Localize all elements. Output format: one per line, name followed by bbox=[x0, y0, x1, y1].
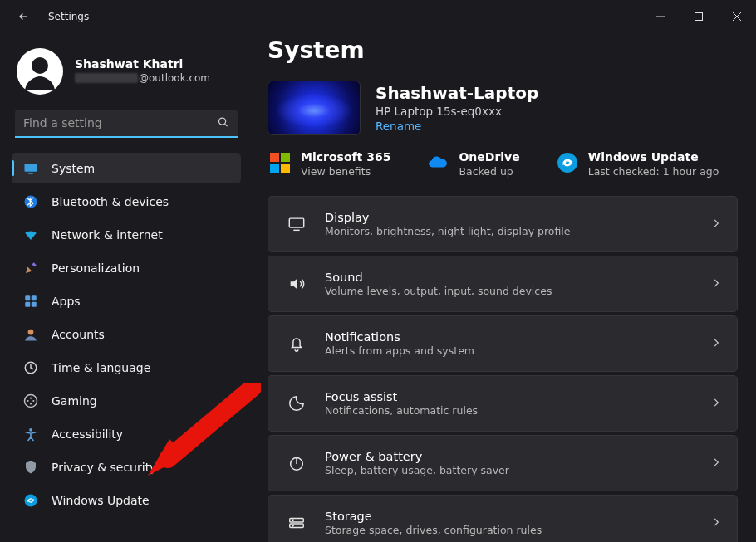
sidebar-item-update[interactable]: Windows Update bbox=[12, 485, 241, 515]
sidebar-item-time[interactable]: Time & language bbox=[12, 352, 241, 383]
maximize-button[interactable] bbox=[680, 3, 718, 30]
svg-rect-0 bbox=[695, 13, 703, 21]
onedrive-icon bbox=[427, 152, 449, 173]
device-name: Shashwat-Laptop bbox=[376, 83, 538, 103]
card-title: Display bbox=[325, 211, 570, 224]
notifications-icon bbox=[287, 334, 307, 354]
focus-icon bbox=[287, 393, 307, 413]
sidebar-item-accounts[interactable]: Accounts bbox=[12, 319, 241, 349]
accessibility-icon bbox=[23, 427, 38, 442]
card-title: Notifications bbox=[325, 330, 474, 344]
card-subtitle: Notifications, automatic rules bbox=[325, 404, 478, 417]
sidebar-item-label: Time & language bbox=[52, 361, 150, 374]
card-focus[interactable]: Focus assistNotifications, automatic rul… bbox=[268, 375, 738, 432]
sidebar-item-privacy[interactable]: Privacy & security bbox=[12, 452, 241, 482]
back-button[interactable] bbox=[12, 5, 35, 28]
card-sound[interactable]: SoundVolume levels, output, input, sound… bbox=[268, 256, 738, 312]
service-onedrive[interactable]: OneDriveBacked up bbox=[427, 150, 519, 178]
sidebar-item-network[interactable]: Network & internet bbox=[12, 219, 241, 250]
card-storage[interactable]: StorageStorage space, drives, configurat… bbox=[268, 495, 738, 542]
card-subtitle: Sleep, battery usage, battery saver bbox=[325, 464, 509, 476]
svg-point-13 bbox=[25, 394, 37, 407]
svg-rect-4 bbox=[25, 164, 37, 172]
sidebar-item-label: Accounts bbox=[52, 328, 105, 341]
sidebar-item-label: Accessibility bbox=[52, 427, 123, 441]
device-thumbnail bbox=[268, 81, 361, 135]
page-title: System bbox=[268, 37, 738, 64]
network-icon bbox=[23, 227, 38, 242]
minimize-button[interactable] bbox=[641, 3, 680, 30]
sidebar-item-bluetooth[interactable]: Bluetooth & devices bbox=[12, 186, 241, 217]
svg-point-15 bbox=[30, 403, 32, 404]
power-icon bbox=[287, 453, 307, 473]
account-block[interactable]: Shashwat Khatri @outlook.com bbox=[12, 37, 241, 108]
sidebar-item-apps[interactable]: Apps bbox=[12, 286, 241, 316]
bluetooth-icon bbox=[23, 194, 38, 209]
close-button[interactable] bbox=[718, 3, 756, 30]
system-icon bbox=[23, 161, 38, 176]
update-icon bbox=[23, 493, 38, 508]
search-icon bbox=[217, 116, 229, 132]
sidebar-item-label: Network & internet bbox=[52, 228, 163, 242]
window-controls bbox=[641, 3, 756, 30]
svg-point-17 bbox=[32, 399, 34, 401]
account-text: Shashwat Khatri @outlook.com bbox=[75, 57, 210, 85]
sidebar-item-accessibility[interactable]: Accessibility bbox=[12, 418, 241, 449]
card-title: Storage bbox=[325, 510, 542, 523]
svg-point-3 bbox=[219, 118, 226, 125]
chevron-right-icon bbox=[710, 396, 722, 412]
search-input[interactable] bbox=[15, 110, 238, 138]
device-model: HP Laptop 15s-eq0xxx bbox=[376, 105, 538, 118]
sidebar-item-personalization[interactable]: Personalization bbox=[12, 252, 241, 283]
svg-point-11 bbox=[28, 329, 34, 334]
microsoft365-icon bbox=[269, 152, 291, 173]
sidebar-item-label: Personalization bbox=[52, 261, 140, 275]
chevron-right-icon bbox=[710, 336, 722, 352]
service-microsoft365[interactable]: Microsoft 365View benefits bbox=[269, 150, 390, 178]
device-header: Shashwat-Laptop HP Laptop 15s-eq0xxx Ren… bbox=[268, 81, 738, 135]
sidebar-item-label: Privacy & security bbox=[52, 461, 156, 474]
card-text: StorageStorage space, drives, configurat… bbox=[325, 510, 542, 536]
privacy-icon bbox=[23, 460, 38, 475]
sidebar-item-gaming[interactable]: Gaming bbox=[12, 385, 241, 416]
card-notifications[interactable]: NotificationsAlerts from apps and system bbox=[268, 315, 738, 372]
svg-rect-7 bbox=[25, 295, 30, 300]
nav-list: SystemBluetooth & devicesNetwork & inter… bbox=[12, 153, 241, 515]
storage-icon bbox=[287, 513, 307, 533]
titlebar: Settings bbox=[0, 0, 756, 33]
svg-point-2 bbox=[32, 57, 48, 74]
svg-point-25 bbox=[292, 520, 293, 520]
card-text: SoundVolume levels, output, input, sound… bbox=[325, 271, 552, 297]
sidebar-item-system[interactable]: System bbox=[12, 153, 241, 183]
window-title: Settings bbox=[48, 11, 89, 22]
card-power[interactable]: Power & batterySleep, battery usage, bat… bbox=[268, 435, 738, 491]
svg-point-14 bbox=[30, 397, 32, 398]
service-windows-update[interactable]: Windows UpdateLast checked: 1 hour ago bbox=[557, 150, 719, 178]
sidebar-item-label: Apps bbox=[52, 295, 81, 308]
account-email: @outlook.com bbox=[75, 71, 210, 85]
sidebar-item-label: Bluetooth & devices bbox=[52, 195, 169, 208]
card-display[interactable]: DisplayMonitors, brightness, night light… bbox=[268, 196, 738, 252]
services-row: Microsoft 365View benefits OneDriveBacke… bbox=[268, 150, 738, 178]
settings-card-list: DisplayMonitors, brightness, night light… bbox=[268, 196, 738, 542]
sidebar-item-label: Windows Update bbox=[52, 494, 150, 507]
windows-update-icon bbox=[557, 152, 578, 173]
chevron-right-icon bbox=[710, 456, 722, 471]
svg-point-18 bbox=[29, 427, 32, 431]
gaming-icon bbox=[23, 393, 38, 408]
avatar bbox=[17, 48, 63, 95]
svg-point-20 bbox=[557, 153, 577, 173]
svg-rect-5 bbox=[28, 173, 33, 174]
display-icon bbox=[287, 214, 307, 234]
card-title: Sound bbox=[325, 271, 552, 284]
search-box[interactable] bbox=[15, 110, 238, 138]
rename-link[interactable]: Rename bbox=[376, 120, 421, 133]
svg-point-19 bbox=[25, 494, 37, 506]
chevron-right-icon bbox=[710, 515, 722, 531]
card-subtitle: Alerts from apps and system bbox=[325, 344, 474, 357]
svg-rect-8 bbox=[32, 295, 37, 300]
chevron-right-icon bbox=[710, 217, 722, 232]
card-subtitle: Storage space, drives, configuration rul… bbox=[325, 524, 542, 536]
card-text: DisplayMonitors, brightness, night light… bbox=[325, 211, 570, 237]
sidebar: Shashwat Khatri @outlook.com SystemBluet… bbox=[0, 33, 249, 542]
